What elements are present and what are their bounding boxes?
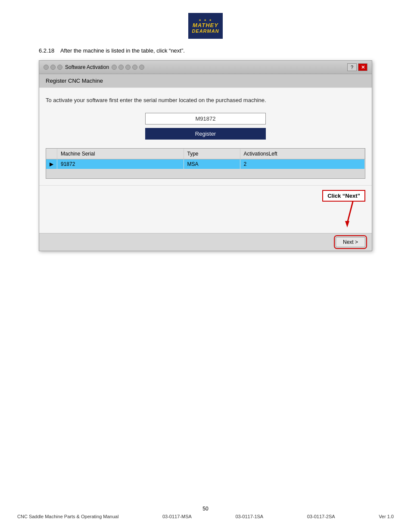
cell-activations: 2: [240, 159, 364, 169]
table-row[interactable]: ▶ 91872 MSA 2: [46, 159, 365, 169]
section-number: 6.2.18: [39, 47, 54, 54]
title-dots-2: [112, 65, 144, 70]
arrow-icon: [336, 199, 358, 230]
title-bar-controls: ? ✕: [347, 63, 367, 71]
svg-line-0: [347, 202, 353, 223]
serial-area: Register: [46, 113, 365, 140]
page-number: 50: [0, 506, 411, 512]
title-bar: Software Activation ? ✕: [39, 61, 372, 74]
row-indicator: ▶: [46, 159, 57, 169]
machines-table: Machine Serial Type ActivationsLeft ▶ 91…: [46, 149, 365, 178]
annotation-area: Click “Next”: [39, 186, 372, 233]
dot-6: [125, 65, 131, 70]
col-type: Type: [184, 149, 240, 159]
dot-2: [50, 65, 56, 70]
page-footer: 50 CNC Saddle Machine Parts & Operating …: [0, 506, 411, 519]
dot-3: [57, 65, 62, 70]
dot-5: [118, 65, 124, 70]
logo-bottom-text: DEARMAN: [192, 28, 219, 34]
doc-number-1: 03-0117-MSA: [162, 514, 192, 519]
dot-1: [44, 65, 49, 70]
cell-type: MSA: [184, 159, 240, 169]
svg-marker-1: [345, 221, 349, 227]
title-bar-left: Software Activation: [44, 64, 144, 70]
dot-8: [139, 65, 144, 70]
help-button[interactable]: ?: [347, 63, 357, 71]
manual-title: CNC Saddle Machine Parts & Operating Man…: [17, 514, 118, 519]
serial-input[interactable]: [145, 113, 266, 124]
col-machine-serial: Machine Serial: [57, 149, 184, 159]
title-dots: [44, 65, 62, 70]
close-button[interactable]: ✕: [358, 63, 367, 71]
dot-7: [132, 65, 137, 70]
next-button[interactable]: Next >: [336, 237, 365, 247]
table-header-row: Machine Serial Type ActivationsLeft: [46, 149, 365, 159]
table-container: Machine Serial Type ActivationsLeft ▶ 91…: [46, 148, 365, 179]
version: Ver 1.0: [379, 514, 394, 519]
logo-stars: ★ ★ ★: [199, 19, 212, 22]
logo-area: ★ ★ ★ MATHEY DEARMAN: [0, 0, 411, 39]
dialog-window: Software Activation ? ✕ Register CNC Mac…: [39, 60, 372, 251]
dot-4: [112, 65, 117, 70]
instruction-text: 6.2.18 After the machine is listed in th…: [0, 47, 411, 54]
col-activations: ActivationsLeft: [240, 149, 364, 159]
footer-bar: Next >: [39, 233, 372, 251]
logo: ★ ★ ★ MATHEY DEARMAN: [188, 13, 223, 39]
description-text: To activate your software first enter th…: [46, 96, 365, 104]
cell-serial: 91872: [57, 159, 184, 169]
empty-row-1: [46, 169, 365, 178]
doc-number-2: 03-0117-1SA: [235, 514, 263, 519]
register-button[interactable]: Register: [145, 128, 266, 140]
main-content: To activate your software first enter th…: [39, 87, 372, 186]
logo-top-text: MATHEY: [193, 22, 218, 28]
doc-number-3: 03-0117-2SA: [307, 514, 335, 519]
footer-info: CNC Saddle Machine Parts & Operating Man…: [0, 514, 411, 519]
title-bar-title: Software Activation: [65, 64, 109, 70]
col-indicator: [46, 149, 57, 159]
instruction-body: After the machine is listed in the table…: [60, 47, 185, 54]
sub-header: Register CNC Machine: [39, 74, 372, 87]
